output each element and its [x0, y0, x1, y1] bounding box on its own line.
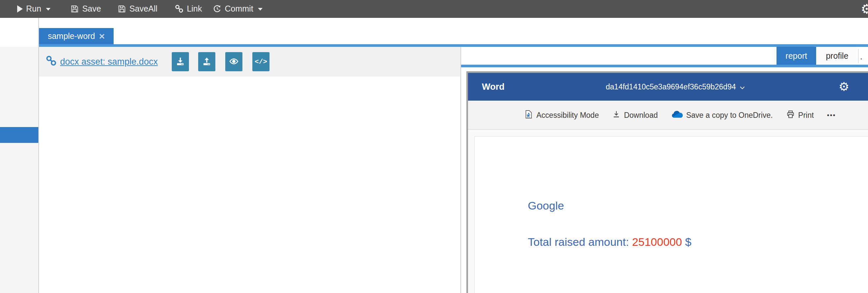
left-rail: [0, 47, 38, 293]
chevron-down-icon: [46, 8, 51, 10]
word-header-bar: Word da14fd1410c5e3a9694ef36c59b26d94 ⚙: [468, 73, 868, 101]
gear-icon[interactable]: ⚙: [861, 0, 868, 18]
code-view-button[interactable]: </>: [252, 52, 270, 71]
app-window: Run Save SaveAll Link Commit ⚙ sample-wo…: [0, 0, 868, 293]
commit-button[interactable]: Commit: [213, 4, 262, 13]
company-name-text: Google: [528, 198, 868, 213]
run-label: Run: [26, 4, 41, 13]
download-icon: [612, 109, 621, 121]
asset-link-label: docx asset: sample.docx: [60, 57, 158, 67]
word-toolbar: Accessibility Mode Download Save a copy …: [468, 101, 868, 130]
tab-label: sample-word: [48, 31, 95, 41]
tab-sample-word[interactable]: sample-word ×: [39, 28, 114, 44]
play-icon: [17, 5, 23, 12]
tab-overflow-fragment[interactable]: .: [860, 47, 868, 65]
close-icon[interactable]: ×: [99, 31, 105, 41]
document-id: da14fd1410c5e3a9694ef36c59b26d94: [606, 83, 736, 91]
download-button[interactable]: [172, 52, 189, 71]
tab-profile-label: profile: [826, 51, 848, 61]
chain-link-icon: [45, 55, 57, 69]
amount-value: 25100000: [632, 236, 682, 248]
preview-button[interactable]: [225, 52, 242, 71]
save-label: Save: [82, 4, 101, 13]
tab-separator: [858, 49, 859, 63]
tab-report[interactable]: report: [776, 47, 816, 65]
upload-button[interactable]: [198, 52, 215, 71]
document-page: Google Total raised amount: 25100000 $: [474, 136, 868, 293]
download-tray-icon: [175, 57, 185, 67]
save-to-onedrive-button[interactable]: Save a copy to OneDrive.: [671, 110, 773, 120]
code-icon: </>: [255, 58, 267, 66]
link-label: Link: [187, 4, 202, 13]
tab-profile[interactable]: profile: [816, 47, 858, 65]
run-button[interactable]: Run: [17, 4, 51, 13]
onedrive-cloud-icon: [671, 110, 683, 120]
document-title-dropdown[interactable]: da14fd1410c5e3a9694ef36c59b26d94: [468, 73, 868, 101]
amount-suffix: $: [682, 236, 691, 248]
chevron-down-icon: [740, 83, 745, 91]
tab-underline: [39, 44, 868, 47]
commit-label: Commit: [225, 4, 253, 13]
download-document-button[interactable]: Download: [612, 109, 658, 121]
top-toolbar: Run Save SaveAll Link Commit ⚙: [0, 0, 868, 18]
save-all-label: SaveAll: [129, 4, 158, 13]
rail-selected-item[interactable]: [0, 127, 38, 143]
right-panel-underline: [461, 65, 868, 67]
pane-divider: [460, 47, 461, 293]
settings-gear-icon[interactable]: ⚙: [839, 73, 849, 101]
printer-icon: [786, 109, 795, 121]
chevron-down-icon: [258, 8, 262, 10]
word-viewer-frame: Word da14fd1410c5e3a9694ef36c59b26d94 ⚙ …: [466, 71, 868, 293]
asset-header: docx asset: sample.docx </>: [39, 47, 460, 76]
accessibility-mode-button[interactable]: Accessibility Mode: [524, 109, 599, 122]
chain-link-icon: [175, 4, 184, 13]
amount-line: Total raised amount: 25100000 $: [528, 235, 868, 249]
upload-tray-icon: [202, 57, 212, 67]
accessibility-icon: [524, 109, 533, 122]
link-button[interactable]: Link: [175, 4, 202, 13]
docx-asset-link[interactable]: docx asset: sample.docx: [45, 47, 158, 76]
document-content: Google Total raised amount: 25100000 $: [475, 137, 868, 249]
floppy-icon: [118, 5, 126, 13]
more-options-icon[interactable]: •••: [827, 111, 836, 119]
print-button[interactable]: Print: [786, 109, 814, 121]
amount-label: Total raised amount:: [528, 236, 632, 248]
tab-report-label: report: [785, 51, 807, 61]
eye-icon: [229, 57, 239, 67]
document-canvas: Google Total raised amount: 25100000 $: [468, 130, 868, 293]
save-all-button[interactable]: SaveAll: [118, 4, 158, 13]
save-button[interactable]: Save: [70, 4, 101, 13]
history-icon: [213, 4, 222, 13]
floppy-icon: [70, 5, 79, 13]
